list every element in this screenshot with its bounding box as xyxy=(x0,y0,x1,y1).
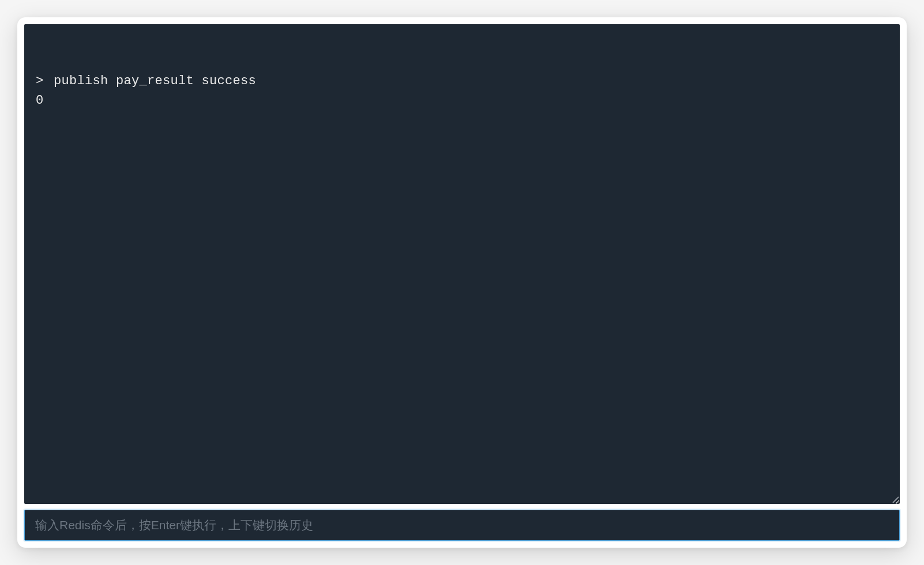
terminal-output-panel[interactable]: > publish pay_result success0 xyxy=(24,24,900,504)
resize-handle-icon[interactable] xyxy=(889,494,899,503)
command-text: publish pay_result success xyxy=(54,74,256,88)
command-line: > publish pay_result success xyxy=(36,71,888,91)
prompt-symbol: > xyxy=(36,74,44,88)
redis-command-input[interactable] xyxy=(24,510,900,541)
redis-terminal-container: > publish pay_result success0 xyxy=(17,17,907,548)
command-result: 0 xyxy=(36,91,888,111)
